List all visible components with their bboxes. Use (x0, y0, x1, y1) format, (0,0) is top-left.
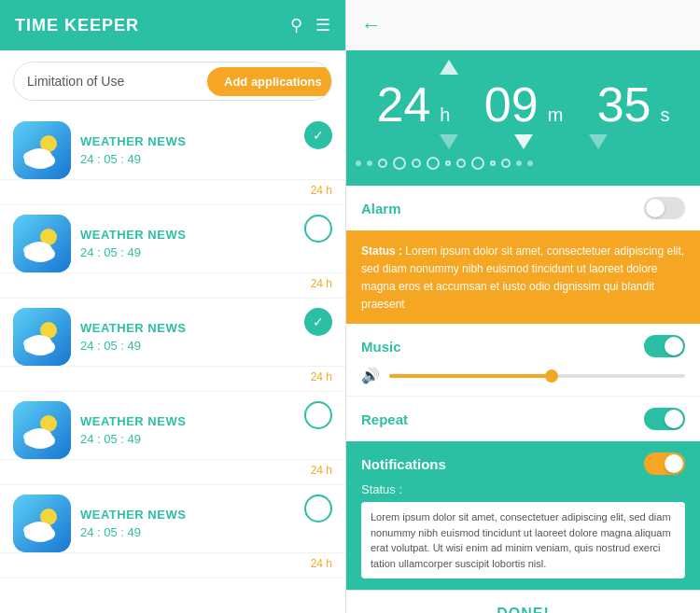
svg-point-15 (23, 245, 35, 255)
minutes-up-arrow[interactable] (514, 60, 533, 75)
app-check-button[interactable]: ✓ (304, 215, 332, 243)
alarm-toggle[interactable] (644, 197, 685, 219)
header-icons: ⚲ ☰ (290, 15, 330, 35)
dot (367, 160, 372, 166)
back-button[interactable]: ← (361, 13, 382, 37)
svg-point-7 (23, 152, 35, 161)
app-info: WEATHER NEWS 24 : 05 : 49 (71, 321, 332, 353)
dot (445, 160, 451, 166)
search-input[interactable] (14, 74, 203, 89)
seconds-up-arrow[interactable] (589, 60, 608, 75)
app-duration: 24 h (0, 460, 345, 484)
app-name: WEATHER NEWS (80, 414, 323, 428)
minutes-down-arrow[interactable] (514, 134, 533, 149)
list-item: WEATHER NEWS 24 : 05 : 49 ✓ (0, 112, 345, 180)
alarm-toggle-knob (646, 199, 665, 217)
app-check-button[interactable]: ✓ (304, 121, 332, 149)
app-duration: 24 h (0, 273, 345, 298)
app-name: WEATHER NEWS (80, 321, 323, 335)
app-list: WEATHER NEWS 24 : 05 : 49 ✓ 24 h (0, 112, 345, 613)
app-check-button[interactable]: ✓ (304, 495, 332, 522)
notifications-toggle-knob (665, 454, 683, 473)
dot (427, 157, 440, 170)
app-check-button[interactable]: ✓ (304, 401, 332, 429)
menu-icon[interactable]: ☰ (315, 15, 330, 35)
list-item: WEATHER NEWS 24 : 05 : 49 ✓ (0, 299, 345, 367)
status-message: Lorem ipsum dolor sit amet, consectetuer… (361, 244, 684, 311)
app-name: WEATHER NEWS (80, 134, 323, 148)
dot (516, 160, 522, 166)
app-time: 24 : 05 : 49 (80, 525, 323, 539)
repeat-row: Repeat (346, 396, 700, 441)
volume-slider[interactable] (389, 374, 685, 378)
left-header: TIME KEEPER ⚲ ☰ (0, 0, 345, 50)
app-name: WEATHER NEWS (80, 228, 323, 242)
hours-up-arrow[interactable] (440, 60, 458, 75)
app-item-wrap: WEATHER NEWS 24 : 05 : 49 ✓ 24 h (0, 392, 345, 485)
repeat-label: Repeat (361, 411, 408, 427)
done-button[interactable]: DONE! (346, 590, 700, 613)
app-name: WEATHER NEWS (80, 508, 323, 522)
dot (412, 159, 421, 168)
music-toggle-knob (665, 337, 683, 355)
timer-separator2 (576, 96, 583, 128)
notifications-toggle[interactable] (644, 453, 685, 475)
timer-minutes-unit: m (548, 104, 564, 126)
app-icon (13, 121, 71, 179)
repeat-toggle[interactable] (644, 408, 685, 430)
app-time: 24 : 05 : 49 (80, 245, 323, 259)
app-info: WEATHER NEWS 24 : 05 : 49 (71, 414, 332, 446)
app-info: WEATHER NEWS 24 : 05 : 49 (71, 228, 332, 259)
check-icon: ✓ (313, 314, 324, 329)
timer-hours-unit: h (440, 104, 450, 126)
timer-arrows-bottom (440, 129, 608, 149)
dot (527, 160, 533, 166)
svg-point-39 (23, 525, 35, 535)
left-panel: TIME KEEPER ⚲ ☰ Add applications (0, 0, 345, 613)
timer-display: 24h 09m 35s (346, 50, 700, 186)
list-item: WEATHER NEWS 24 : 05 : 49 ✓ (0, 485, 345, 553)
notif-status-label: Status : (361, 482, 685, 496)
app-info: WEATHER NEWS 24 : 05 : 49 (71, 134, 332, 166)
search-bar-inner: Add applications (13, 62, 332, 101)
dot (356, 160, 361, 166)
volume-thumb[interactable] (545, 369, 558, 383)
dot (501, 159, 511, 168)
check-icon: ✓ (313, 501, 324, 516)
alarm-label: Alarm (361, 201, 401, 216)
app-time: 24 : 05 : 49 (80, 432, 323, 446)
app-duration: 24 h (0, 367, 345, 391)
app-item-wrap: WEATHER NEWS 24 : 05 : 49 ✓ 24 h (0, 112, 345, 205)
app-icon (13, 495, 71, 552)
alarm-row: Alarm (346, 186, 700, 230)
app-title: TIME KEEPER (15, 16, 139, 35)
notifications-section: Notifications Status : Lorem ipsum dolor… (346, 441, 700, 590)
hours-down-arrow[interactable] (440, 134, 458, 149)
status-text: Status : Lorem ipsum dolor sit amet, con… (361, 244, 684, 311)
volume-fill (389, 374, 552, 378)
add-applications-button[interactable]: Add applications (207, 67, 332, 96)
app-info: WEATHER NEWS 24 : 05 : 49 (71, 508, 332, 539)
app-time: 24 : 05 : 49 (80, 339, 323, 353)
app-duration: 24 h (0, 553, 345, 578)
music-row: Music (346, 324, 700, 363)
check-icon: ✓ (313, 128, 324, 143)
search-icon[interactable]: ⚲ (290, 15, 302, 35)
music-toggle[interactable] (644, 335, 685, 357)
timer-hours: 24 (376, 80, 430, 129)
status-bold: Status : (361, 244, 402, 258)
app-icon (13, 401, 71, 459)
timer-seconds: 35 (597, 80, 651, 129)
seconds-down-arrow[interactable] (589, 134, 608, 149)
list-item: WEATHER NEWS 24 : 05 : 49 ✓ (0, 392, 345, 460)
app-check-button[interactable]: ✓ (304, 308, 332, 336)
volume-icon: 🔊 (361, 367, 380, 384)
notif-row: Notifications (361, 453, 685, 475)
repeat-toggle-knob (665, 410, 683, 428)
app-duration: 24 h (0, 180, 345, 204)
check-icon: ✓ (313, 221, 324, 236)
timer-seconds-unit: s (661, 104, 670, 126)
search-bar: Add applications (0, 50, 345, 112)
dot (456, 159, 466, 168)
music-label: Music (361, 339, 401, 355)
